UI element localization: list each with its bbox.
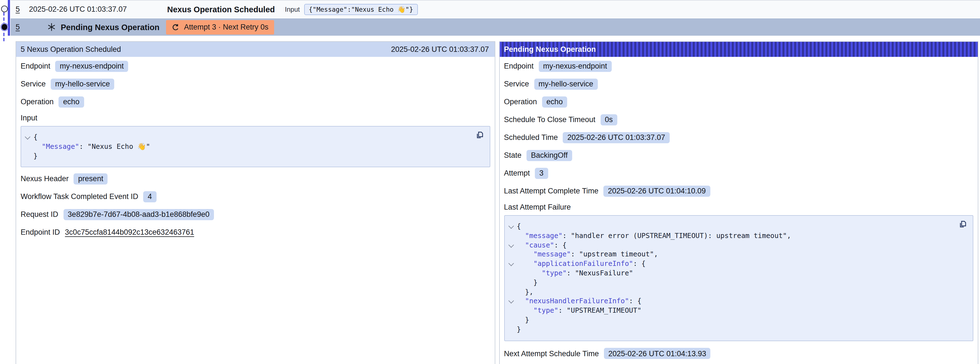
json-line: } [508, 278, 950, 287]
timeline-dot-open[interactable] [1, 5, 8, 12]
panel-body: Endpoint my-nexus-endpoint Service my-he… [500, 57, 978, 359]
workflow-event-history-view: 5 2025-02-26 UTC 01:03:37.07 Nexus Opera… [0, 0, 980, 364]
event-id-link[interactable]: 5 [16, 23, 29, 31]
input-json-code-block: { "Message": "Nexus Echo 👋"} [21, 126, 490, 168]
field-label: Operation [504, 97, 537, 106]
field-label: Last Attempt Complete Time [504, 187, 598, 195]
field-service: Service my-hello-service [504, 78, 973, 90]
json-text [517, 259, 533, 268]
input-section-label: Input [21, 114, 490, 124]
panel-pending-nexus-operation: Pending Nexus Operation Endpoint my-nexu… [499, 41, 978, 364]
json-text: : "handler error (UPSTREAM_TIMEOUT): ups… [562, 231, 791, 240]
field-label: Endpoint ID [21, 228, 60, 236]
json-key-text: "type" [533, 306, 558, 315]
json-key-text: "type" [542, 269, 567, 277]
last-attempt-failure-label: Last Attempt Failure [504, 203, 973, 213]
failure-json-code-block: { "message": "handler error (UPSTREAM_TI… [504, 215, 973, 341]
copy-button[interactable] [475, 131, 484, 140]
retry-status-badge: Attempt 3 · Next Retry 0s [166, 20, 274, 34]
state-badge: BackingOff [527, 150, 572, 161]
field-last-attempt-complete-time: Last Attempt Complete Time 2025-02-26 UT… [504, 185, 973, 197]
json-text [33, 142, 42, 150]
event-detail-panels: 5 Nexus Operation Scheduled 2025-02-26 U… [16, 41, 978, 364]
json-text [517, 231, 525, 240]
collapse-chevron-icon[interactable] [508, 299, 514, 305]
endpoint-id-link[interactable]: 3c0c75ccfa8144b092c13ce632463761 [65, 228, 194, 236]
field-label: Endpoint [21, 62, 51, 70]
event-title: Nexus Operation Scheduled [167, 5, 275, 14]
field-value-badge: my-hello-service [534, 78, 598, 89]
copy-button[interactable] [958, 220, 968, 230]
json-key-text: "cause" [525, 241, 554, 249]
field-value-badge: 2025-02-26 UTC 01:04:10.09 [603, 185, 710, 196]
json-line: "message": "handler error (UPSTREAM_TIME… [508, 231, 950, 241]
field-label: Next Attempt Schedule Time [504, 349, 599, 358]
panel-timestamp: 2025-02-26 UTC 01:03:37.07 [391, 45, 489, 54]
retry-badge-text: Attempt 3 · Next Retry 0s [184, 23, 269, 31]
field-label: Request ID [21, 211, 58, 219]
field-label: Nexus Header [21, 175, 69, 183]
collapse-chevron-icon[interactable] [508, 262, 514, 267]
json-text [517, 241, 525, 249]
field-label: Schedule To Close Timeout [504, 115, 595, 124]
json-text: : "NexusFailure" [566, 269, 633, 277]
timeline-dot-filled[interactable] [2, 24, 7, 30]
timeline-selection-bar [8, 0, 10, 36]
field-label: Endpoint [504, 62, 534, 70]
field-endpoint: Endpoint my-nexus-endpoint [504, 60, 973, 72]
field-request-id: Request ID 3e829b7e-7d67-4b08-aad3-b1e86… [21, 209, 490, 220]
field-attempt: Attempt 3 [504, 167, 973, 179]
event-input-label: Input [285, 5, 300, 13]
field-service: Service my-hello-service [21, 78, 490, 90]
json-line: "Message": "Nexus Echo 👋" [24, 142, 467, 152]
event-id-link[interactable]: 5 [16, 5, 29, 13]
panel-header-scheduled: 5 Nexus Operation Scheduled 2025-02-26 U… [16, 42, 495, 57]
json-line: } [508, 316, 950, 325]
field-label: Operation [21, 97, 54, 106]
field-label: State [504, 151, 522, 160]
event-row-nexus-operation-scheduled[interactable]: 5 2025-02-26 UTC 01:03:37.07 Nexus Opera… [11, 0, 980, 18]
field-state: State BackingOff [504, 149, 973, 161]
json-text [517, 269, 542, 277]
json-key-text: "message" [525, 231, 562, 240]
json-text: : { [633, 259, 646, 268]
field-workflow-task-completed-event-id: Workflow Task Completed Event ID 4 [21, 191, 490, 203]
json-text: } [33, 151, 38, 160]
field-operation: Operation echo [21, 96, 490, 108]
field-value-badge: my-nexus-endpoint [56, 61, 129, 72]
field-operation: Operation echo [504, 96, 973, 108]
event-title: Pending Nexus Operation [61, 22, 160, 32]
field-value-badge: echo [542, 96, 568, 107]
event-row-pending-nexus-operation[interactable]: 5 Pending Nexus Operation Attempt 3 · Ne… [11, 18, 980, 36]
panel-body: Endpoint my-nexus-endpoint Service my-he… [16, 57, 495, 238]
json-key-text: "Message" [42, 142, 79, 150]
json-text: { [33, 133, 38, 141]
json-line: "cause": { [508, 241, 950, 250]
field-label: Scheduled Time [504, 133, 558, 142]
event-timestamp: 2025-02-26 UTC 01:03:37.07 [29, 5, 136, 13]
json-key-text: "message" [533, 250, 571, 259]
collapse-chevron-icon[interactable] [508, 224, 514, 230]
json-line: }, [508, 287, 950, 297]
json-key-text: "nexusHandlerFailureInfo" [525, 297, 629, 305]
collapse-chevron-icon[interactable] [25, 135, 31, 140]
json-text [517, 297, 525, 305]
input-preview-chip[interactable]: {"Message":"Nexus Echo 👋"} [304, 4, 418, 15]
field-endpoint: Endpoint my-nexus-endpoint [21, 60, 490, 72]
collapse-chevron-icon[interactable] [508, 243, 514, 248]
json-text: : { [554, 241, 566, 249]
json-line: "type": "UPSTREAM_TIMEOUT" [508, 306, 950, 316]
panel-title: Pending Nexus Operation [504, 45, 596, 54]
json-text: : "UPSTREAM_TIMEOUT" [558, 306, 641, 315]
json-text [517, 306, 533, 315]
panel-header-pending: Pending Nexus Operation [500, 42, 978, 57]
field-value-badge: my-nexus-endpoint [539, 61, 612, 72]
panel-title: 5 Nexus Operation Scheduled [21, 45, 121, 54]
json-text: } [517, 278, 538, 287]
json-text: : "upstream timeout", [571, 250, 658, 259]
json-text: { [517, 222, 521, 230]
field-value-badge: 3 [535, 168, 548, 179]
json-text: } [517, 325, 521, 333]
json-text: } [517, 316, 529, 324]
field-value-badge: my-hello-service [51, 78, 115, 89]
